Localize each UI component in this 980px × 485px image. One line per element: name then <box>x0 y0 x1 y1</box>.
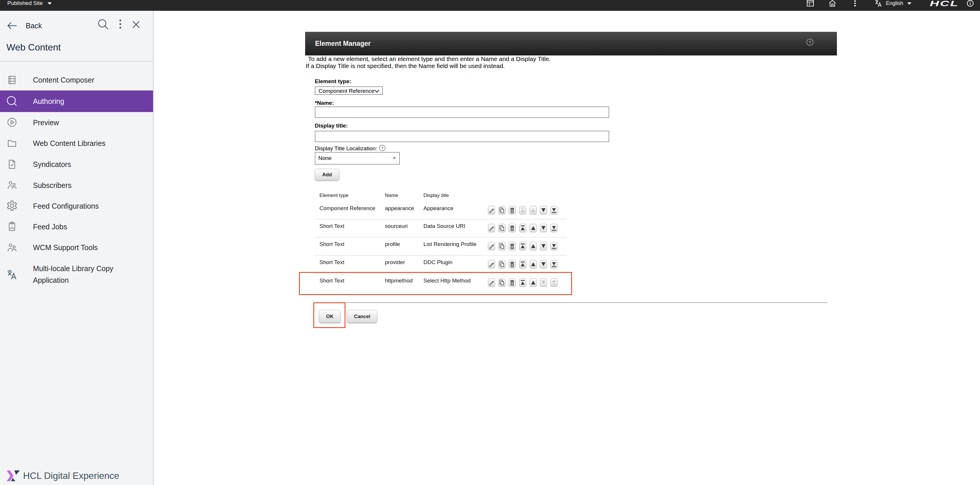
svg-text:?: ? <box>808 40 811 44</box>
svg-text:?: ? <box>381 146 383 150</box>
